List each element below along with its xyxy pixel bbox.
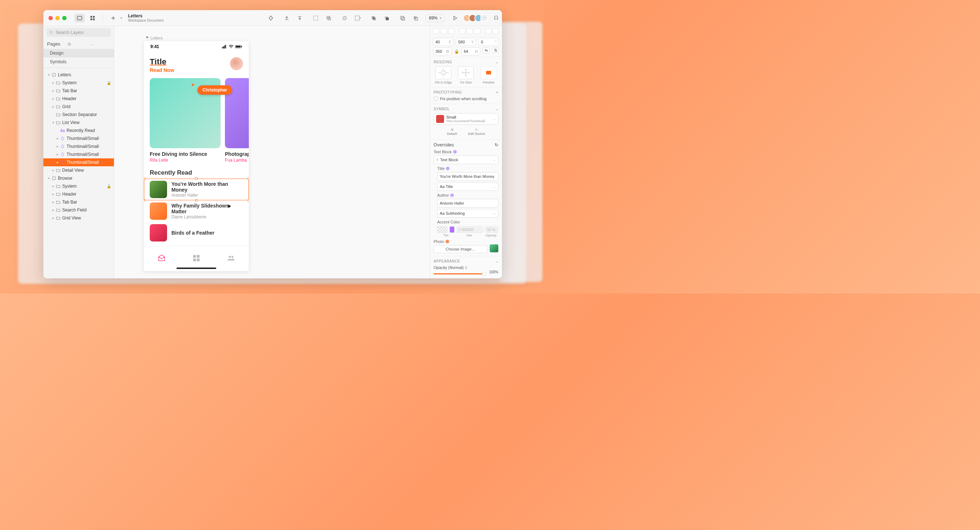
height-input[interactable]: 64H <box>461 48 480 55</box>
add-page-icon[interactable]: ⊕ <box>67 41 88 47</box>
search-layers-input[interactable]: Search Layers <box>46 28 111 37</box>
title-override-input[interactable]: You're Worth More than Money <box>437 172 498 181</box>
collaborators[interactable]: ⋯ <box>463 14 490 22</box>
difference-icon[interactable] <box>410 14 420 22</box>
opacity-slider[interactable] <box>434 273 486 275</box>
battery-icon <box>235 45 242 48</box>
accent-color-swatch[interactable] <box>437 226 447 233</box>
rotation-input[interactable]: 0° <box>479 38 499 46</box>
layer-row[interactable]: ▸Grid View <box>43 214 114 222</box>
lock-aspect-icon[interactable]: 🔒 <box>454 49 459 54</box>
title-style-select[interactable]: Aa Title⌄ <box>437 182 498 191</box>
layer-row[interactable]: ▸Thumbnail/Small <box>43 158 114 166</box>
distribute-h-icon[interactable] <box>485 28 492 34</box>
tab-mail-icon[interactable] <box>158 254 165 263</box>
align-bottom-icon[interactable] <box>474 28 480 34</box>
play-preview-icon[interactable] <box>450 14 460 22</box>
layer-row[interactable]: ▸Detail View <box>43 166 114 174</box>
layer-row[interactable]: ▸Search Field <box>43 206 114 214</box>
x-position-input[interactable]: 40X <box>433 38 453 46</box>
add-prototype-icon[interactable]: + <box>496 90 498 94</box>
fix-size-button[interactable]: Fix Size <box>456 66 476 84</box>
layer-row[interactable]: ▾Browse <box>43 174 114 182</box>
layer-row[interactable]: ▾Letters <box>43 71 114 79</box>
layer-row[interactable]: ▸System🔒 <box>43 182 114 190</box>
detach-symbol-button[interactable]: ⇲Detach <box>447 128 457 136</box>
hex-input[interactable]: # 000000 <box>457 226 483 233</box>
more-collaborators-icon[interactable]: ⋯ <box>480 14 488 22</box>
backward-icon[interactable] <box>295 14 305 22</box>
pages-chevron-icon[interactable]: ⌄ <box>90 42 110 46</box>
align-top-icon[interactable] <box>459 28 465 34</box>
page-item[interactable]: Symbols <box>43 57 114 66</box>
forward-icon[interactable] <box>282 14 292 22</box>
ungroup-icon[interactable] <box>324 14 334 22</box>
layer-row[interactable]: Section Separator <box>43 111 114 119</box>
align-center-h-icon[interactable] <box>441 28 447 34</box>
layer-row[interactable]: ▸Thumbnail/Small <box>43 151 114 158</box>
zoom-level[interactable]: 89%▾ <box>426 14 445 22</box>
align-center-v-icon[interactable] <box>466 28 473 34</box>
close-window-icon[interactable] <box>48 16 53 20</box>
tab-people-icon[interactable] <box>227 254 235 263</box>
subtract-icon[interactable] <box>382 14 391 22</box>
pin-to-edge-button[interactable]: Pin to Edge <box>434 66 453 84</box>
resize-preview-button[interactable]: Preview <box>479 66 498 84</box>
inspector-panel: 40X 580Y 0° 350W 🔒 64H ⇋ ⇅ RESIZING⌄ Pin… <box>430 26 502 278</box>
width-input[interactable]: 350W <box>433 48 452 55</box>
flip-h-icon[interactable]: ⇋ <box>482 48 490 53</box>
y-position-input[interactable]: 580Y <box>456 38 476 46</box>
canvas[interactable]: ⚑Letters 9:41 Title Read Now <box>114 26 430 278</box>
scale-icon[interactable]: ▾ <box>353 14 363 22</box>
home-indicator <box>177 268 216 269</box>
edit-icon[interactable] <box>340 14 350 22</box>
artboard[interactable]: 9:41 Title Read Now <box>144 41 249 271</box>
symbol-selector[interactable]: SmallThis Document/Thumbnail/ ⌄ <box>434 113 498 125</box>
overrides-header: Overrides <box>434 143 454 148</box>
layer-row[interactable]: AaRecently Read <box>43 127 114 135</box>
page-item[interactable]: Design <box>43 49 114 57</box>
opacity-value: 100% <box>489 270 498 274</box>
union-icon[interactable] <box>369 14 379 22</box>
author-override-input[interactable]: Antonin Hafer <box>437 199 498 208</box>
reset-overrides-icon[interactable]: ↻ <box>495 143 499 148</box>
tab-grid-icon[interactable] <box>193 254 200 263</box>
layer-row[interactable]: ▸Header <box>43 190 114 198</box>
opacity-input[interactable]: 50 % <box>485 226 498 233</box>
accent-color-alt-swatch[interactable] <box>450 226 455 233</box>
layer-row[interactable]: ▸Thumbnail/Small <box>43 143 114 151</box>
author-style-select[interactable]: Aa Subheding⌄ <box>437 209 498 217</box>
chevron-down-icon[interactable]: ⌄ <box>495 107 499 111</box>
choose-image-button[interactable]: Choose Image… <box>434 245 487 253</box>
layer-row[interactable]: ▸Tab Bar <box>43 198 114 206</box>
align-left-icon[interactable] <box>433 28 439 34</box>
artboard-label[interactable]: ⚑Letters <box>145 35 163 40</box>
components-view-icon[interactable] <box>88 14 98 22</box>
layer-row[interactable]: ▸Thumbnail/Small <box>43 135 114 143</box>
align-right-icon[interactable] <box>448 28 455 34</box>
minimize-window-icon[interactable] <box>55 16 60 20</box>
flip-v-icon[interactable]: ⇅ <box>492 48 499 53</box>
create-symbol-icon[interactable] <box>266 14 276 22</box>
zoom-window-icon[interactable] <box>62 16 67 20</box>
edit-source-button[interactable]: ◇Edit Source <box>468 128 485 136</box>
insert-button[interactable] <box>108 14 118 22</box>
text-block-override[interactable]: ☰Text Block⌄ <box>434 156 498 164</box>
layer-row[interactable]: ▸Grid <box>43 103 114 111</box>
group-icon[interactable] <box>311 14 321 22</box>
chevron-down-icon[interactable]: ⌄ <box>495 259 499 263</box>
distribute-v-icon[interactable] <box>493 28 499 34</box>
chevron-down-icon[interactable]: ⌄ <box>495 60 499 64</box>
symbol-header: SYMBOL <box>434 107 450 111</box>
layer-row[interactable]: ▸Tab Bar <box>43 87 114 95</box>
svg-rect-27 <box>241 46 242 48</box>
view-mode-toggle[interactable] <box>75 14 84 22</box>
layers-panel: Search Layers Pages ⊕ ⌄ DesignSymbols ▾L… <box>43 26 114 278</box>
blend-mode-select[interactable]: Opacity (Normal) ⇅ <box>434 265 468 270</box>
notifications-icon[interactable] <box>491 14 501 22</box>
layer-row[interactable]: ▸Header <box>43 95 114 103</box>
intersect-icon[interactable] <box>398 14 407 22</box>
layer-row[interactable]: ▸System🔒 <box>43 79 114 87</box>
fix-position-checkbox[interactable] <box>434 97 438 101</box>
layer-row[interactable]: ▾List View <box>43 119 114 127</box>
